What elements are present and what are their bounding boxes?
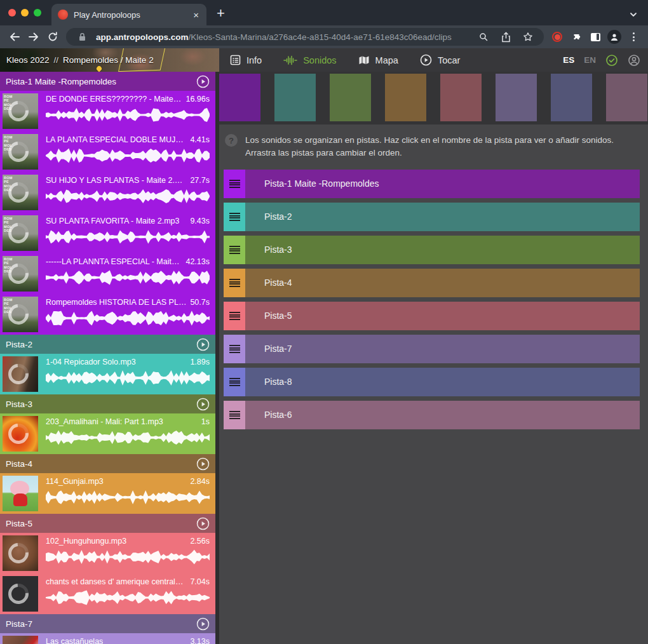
clip-thumbnail[interactable]: ROM PE MOL DES [3, 215, 38, 251]
browser-menu-kebab-icon[interactable] [624, 27, 643, 46]
clip-title[interactable]: 102_Hunguhungu.mp3 [46, 537, 126, 546]
chevron-down-icon[interactable] [629, 10, 648, 25]
tab-info[interactable]: Info [230, 55, 262, 65]
clip-waveform[interactable] [46, 429, 210, 446]
clip-item[interactable]: chants et danses d' amerique centrale - … [0, 574, 215, 614]
clip-waveform[interactable] [46, 489, 210, 506]
account-icon[interactable] [628, 54, 640, 67]
zoom-icon[interactable] [475, 29, 492, 45]
extensions-puzzle-icon[interactable] [567, 27, 586, 46]
track-row-name[interactable]: Pista-7 [245, 335, 640, 363]
drag-handle[interactable] [224, 269, 245, 297]
browser-tab[interactable]: Play Antropoloops × [51, 4, 206, 25]
sidebar-track-header[interactable]: Pista-7 [0, 614, 215, 633]
drag-handle[interactable] [224, 203, 245, 231]
track-row-name[interactable]: Pista-8 [245, 368, 640, 396]
breadcrumb[interactable]: Kleos 2022 // Rompemoldes / Maite 2 [0, 48, 219, 72]
side-panel-icon[interactable] [586, 27, 605, 46]
clip-title[interactable]: Las castañuelas [46, 637, 103, 644]
clip-item[interactable]: ROM PE MOL DESSU HIJO Y LAS PLANTAS - Ma… [0, 172, 215, 213]
clip-waveform[interactable] [46, 549, 210, 565]
sidebar-track-name[interactable]: Pista-3 [6, 399, 32, 409]
play-track-button[interactable] [196, 338, 210, 351]
close-tab-icon[interactable]: × [192, 10, 200, 20]
sync-check-icon[interactable] [605, 54, 618, 67]
track-row-name[interactable]: Pista-4 [245, 269, 640, 297]
tab-mapa[interactable]: Mapa [358, 55, 398, 65]
play-track-button[interactable] [196, 398, 210, 411]
clip-waveform[interactable] [46, 310, 210, 326]
clip-title[interactable]: chants et danses d' amerique centrale - … [46, 577, 186, 586]
address-bar[interactable]: app.antropoloops.com/Kleos-Santa-Marina/… [66, 28, 544, 46]
drag-handle[interactable] [224, 368, 245, 396]
sidebar-track-header[interactable]: Pista-2 [0, 335, 215, 354]
play-track-button[interactable] [196, 457, 210, 471]
clip-title[interactable]: SU HIJO Y LAS PLANTAS - Maite 2.mp3 [46, 176, 186, 185]
clip-title[interactable]: 114_Gunjai.mp3 [46, 477, 104, 486]
lang-es-button[interactable]: ES [563, 55, 574, 65]
track-row[interactable]: Pista-4 [224, 269, 640, 297]
track-row[interactable]: Pista-8 [224, 368, 640, 396]
clip-waveform[interactable] [46, 269, 210, 286]
sidebar-track-name[interactable]: Pista-4 [6, 459, 32, 469]
sidebar-track-header[interactable]: Pista-1 Maite -Rompemoldes [0, 72, 215, 91]
track-row-name[interactable]: Pista-2 [245, 203, 640, 231]
minimize-window-button[interactable] [21, 9, 29, 17]
clip-title[interactable]: 1-04 Repicador Solo.mp3 [46, 358, 136, 366]
url-text[interactable]: app.antropoloops.com/Kleos-Santa-Marina/… [96, 32, 469, 42]
track-row[interactable]: Pista-3 [224, 236, 640, 264]
maximize-window-button[interactable] [34, 9, 41, 17]
clip-title[interactable]: LA PLANTA ESPECIAL DOBLE MUJER - Mai... [46, 135, 186, 144]
clip-thumbnail[interactable] [3, 356, 38, 392]
clip-thumbnail[interactable]: ROM PE MOL DES [3, 297, 38, 332]
lang-en-button[interactable]: EN [584, 55, 596, 65]
new-tab-button[interactable]: + [206, 5, 225, 25]
clip-title[interactable]: ------LA PLANNTA ESPECIAL - Maite 2.mp3 [46, 257, 182, 266]
sidebar-track-header[interactable]: Pista-4 [0, 454, 215, 473]
clip-item[interactable]: 1-04 Repicador Solo.mp31.89s [0, 354, 215, 394]
tab-tocar[interactable]: Tocar [420, 54, 460, 66]
clip-waveform[interactable] [46, 147, 210, 164]
sidebar-track-name[interactable]: Pista-2 [6, 340, 32, 349]
track-row[interactable]: Pista-5 [224, 302, 640, 330]
sidebar-track-name[interactable]: Pista-1 Maite -Rompemoldes [6, 77, 116, 86]
drag-handle[interactable] [224, 401, 245, 429]
play-track-button[interactable] [196, 75, 210, 88]
track-row-name[interactable]: Pista-6 [245, 401, 640, 429]
clip-item[interactable]: 114_Gunjai.mp32.84s [0, 473, 215, 514]
track-row[interactable]: Pista-2 [224, 203, 640, 231]
clip-waveform[interactable] [46, 107, 210, 123]
clip-thumbnail[interactable] [3, 476, 38, 511]
clip-title[interactable]: DE DONDE ERES???????? - Maite 2.mp3 [46, 95, 182, 104]
breadcrumb-project[interactable]: Kleos 2022 [6, 55, 50, 65]
reload-icon[interactable] [43, 27, 62, 46]
clip-item[interactable]: Las castañuelas3.13s [0, 633, 215, 644]
clip-item[interactable]: ROM PE MOL DESLA PLANTA ESPECIAL DOBLE M… [0, 131, 215, 172]
clip-thumbnail[interactable]: ROM PE MOL DES [3, 256, 38, 292]
sidebar-track-name[interactable]: Pista-7 [6, 619, 32, 629]
clip-thumbnail[interactable] [3, 636, 38, 644]
share-icon[interactable] [497, 29, 514, 45]
clip-title[interactable]: Rompemoldes HISTORIA DE LAS PLANTAS... [46, 298, 186, 307]
forward-icon[interactable] [24, 27, 43, 46]
drag-handle[interactable] [224, 335, 245, 363]
clip-item[interactable]: 203_Amalihani - Mali: Part 1.mp31s [0, 413, 215, 454]
tab-sonidos[interactable]: Sonidos [283, 55, 336, 65]
bookmark-star-icon[interactable] [520, 29, 536, 45]
clip-item[interactable]: 102_Hunguhungu.mp32.56s [0, 533, 215, 574]
track-row-name[interactable]: Pista-3 [245, 236, 640, 264]
clip-thumbnail[interactable] [3, 576, 38, 612]
drag-handle[interactable] [224, 236, 245, 264]
clip-item[interactable]: ROM PE MOL DESDE DONDE ERES???????? - Ma… [0, 91, 215, 131]
track-row[interactable]: Pista-7 [224, 335, 640, 363]
sidebar-track-name[interactable]: Pista-5 [6, 519, 32, 528]
clip-title[interactable]: 203_Amalihani - Mali: Part 1.mp3 [46, 417, 163, 426]
track-row[interactable]: Pista-6 [224, 401, 640, 429]
profile-avatar-icon[interactable] [605, 27, 624, 46]
clip-waveform[interactable] [46, 589, 210, 606]
track-row-name[interactable]: Pista-5 [245, 302, 640, 330]
clip-thumbnail[interactable] [3, 416, 38, 452]
clip-waveform[interactable] [46, 229, 210, 245]
sidebar-track-header[interactable]: Pista-3 [0, 394, 215, 413]
clip-item[interactable]: ROM PE MOL DESRompemoldes HISTORIA DE LA… [0, 294, 215, 335]
